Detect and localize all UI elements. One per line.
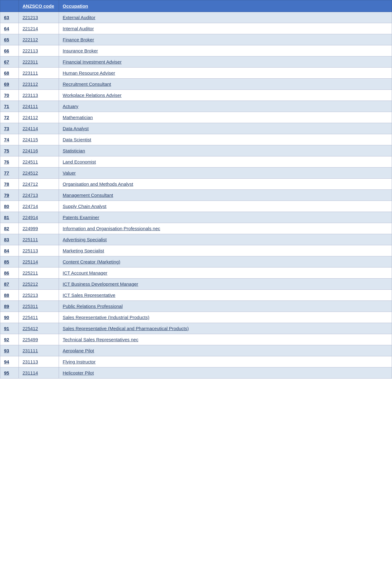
row-number-link[interactable]: 93 — [4, 348, 9, 353]
row-code-link[interactable]: 222311 — [23, 59, 38, 64]
row-number-link[interactable]: 74 — [4, 137, 9, 142]
row-number-link[interactable]: 65 — [4, 37, 9, 42]
row-code-link[interactable]: 224112 — [23, 115, 38, 120]
row-occupation-link[interactable]: ICT Business Development Manager — [63, 281, 138, 287]
row-number-link[interactable]: 86 — [4, 270, 9, 276]
row-code-link[interactable]: 224115 — [23, 137, 38, 142]
row-occupation-link[interactable]: Organisation and Methods Analyst — [63, 181, 133, 187]
row-occupation-link[interactable]: External Auditor — [63, 15, 95, 20]
row-code-link[interactable]: 224712 — [23, 181, 38, 187]
row-number-link[interactable]: 79 — [4, 193, 9, 198]
row-number-link[interactable]: 68 — [4, 70, 9, 76]
row-code-link[interactable]: 222113 — [23, 48, 38, 53]
row-number-link[interactable]: 76 — [4, 159, 9, 164]
row-number-link[interactable]: 82 — [4, 226, 9, 231]
row-code-link[interactable]: 223113 — [23, 93, 38, 98]
row-number-link[interactable]: 81 — [4, 215, 9, 220]
row-occupation-link[interactable]: Content Creator (Marketing) — [63, 259, 120, 264]
row-number-link[interactable]: 90 — [4, 315, 9, 320]
header-anzsco-link[interactable]: ANZSCO code — [23, 3, 54, 9]
row-number-link[interactable]: 78 — [4, 181, 9, 187]
row-occupation-link[interactable]: Mathematician — [63, 115, 93, 120]
row-code-link[interactable]: 222112 — [23, 37, 38, 42]
row-number-link[interactable]: 91 — [4, 326, 9, 331]
row-code-link[interactable]: 225111 — [23, 237, 38, 242]
row-code-link[interactable]: 231113 — [23, 359, 38, 364]
row-occupation-link[interactable]: Marketing Specialist — [63, 248, 104, 253]
row-number-link[interactable]: 66 — [4, 48, 9, 53]
row-number-link[interactable]: 80 — [4, 204, 9, 209]
row-code-link[interactable]: 224512 — [23, 170, 38, 176]
header-occupation-link[interactable]: Occupation — [63, 3, 88, 9]
row-code-link[interactable]: 224111 — [23, 104, 38, 109]
row-occupation-link[interactable]: Workplace Relations Adviser — [63, 93, 122, 98]
row-occupation-link[interactable]: Actuary — [63, 104, 78, 109]
row-occupation-link[interactable]: Helicopter Pilot — [63, 370, 94, 375]
row-number-link[interactable]: 84 — [4, 248, 9, 253]
row-occupation-link[interactable]: Finance Broker — [63, 37, 94, 42]
row-number-link[interactable]: 94 — [4, 359, 9, 364]
row-occupation-link[interactable]: Patents Examiner — [63, 215, 99, 220]
row-code-link[interactable]: 225114 — [23, 259, 38, 264]
row-number-link[interactable]: 92 — [4, 337, 9, 342]
row-number-link[interactable]: 72 — [4, 115, 9, 120]
row-number-link[interactable]: 73 — [4, 126, 9, 131]
row-code-link[interactable]: 225113 — [23, 248, 38, 253]
row-code-link[interactable]: 225213 — [23, 292, 38, 298]
row-number-link[interactable]: 85 — [4, 259, 9, 264]
row-number-link[interactable]: 64 — [4, 26, 9, 31]
row-occupation-link[interactable]: ICT Account Manager — [63, 270, 107, 276]
row-code-link[interactable]: 231111 — [23, 348, 38, 353]
row-number-link[interactable]: 88 — [4, 292, 9, 298]
row-occupation-link[interactable]: Data Analyst — [63, 126, 89, 131]
row-code-link[interactable]: 225311 — [23, 304, 38, 309]
row-occupation-link[interactable]: Aeroplane Pilot — [63, 348, 94, 353]
row-code-link[interactable]: 223111 — [23, 70, 38, 76]
row-code-link[interactable]: 223112 — [23, 81, 38, 87]
row-code-link[interactable]: 221213 — [23, 15, 38, 20]
row-code-link[interactable]: 224914 — [23, 215, 38, 220]
row-code-link[interactable]: 225411 — [23, 315, 38, 320]
row-occupation-link[interactable]: Public Relations Professional — [63, 304, 123, 309]
row-number-link[interactable]: 63 — [4, 15, 9, 20]
row-code-link[interactable]: 225499 — [23, 337, 38, 342]
row-number-link[interactable]: 89 — [4, 304, 9, 309]
row-occupation-link[interactable]: Internal Auditor — [63, 26, 94, 31]
row-code-link[interactable]: 224511 — [23, 159, 38, 164]
row-code-link[interactable]: 224114 — [23, 126, 38, 131]
row-code-link[interactable]: 224116 — [23, 148, 38, 153]
row-number-link[interactable]: 69 — [4, 81, 9, 87]
row-occupation-link[interactable]: Information and Organisation Professiona… — [63, 226, 160, 231]
row-occupation-link[interactable]: Statistician — [63, 148, 85, 153]
row-number-link[interactable]: 71 — [4, 104, 9, 109]
row-code-link[interactable]: 225211 — [23, 270, 38, 276]
row-number-link[interactable]: 70 — [4, 93, 9, 98]
row-number-link[interactable]: 77 — [4, 170, 9, 176]
row-occupation-link[interactable]: Valuer — [63, 170, 76, 176]
row-code-link[interactable]: 225412 — [23, 326, 38, 331]
row-code-link[interactable]: 221214 — [23, 26, 38, 31]
row-number-link[interactable]: 95 — [4, 370, 9, 375]
row-occupation-link[interactable]: Recruitment Consultant — [63, 81, 111, 87]
row-occupation-link[interactable]: Financial Investment Adviser — [63, 59, 122, 64]
row-occupation-link[interactable]: Data Scientist — [63, 137, 91, 142]
row-code-link[interactable]: 231114 — [23, 370, 38, 375]
row-occupation-link[interactable]: Sales Representative (Medical and Pharma… — [63, 326, 189, 331]
row-occupation-link[interactable]: Advertising Specialist — [63, 237, 107, 242]
row-code-link[interactable]: 225212 — [23, 281, 38, 287]
row-occupation-link[interactable]: Insurance Broker — [63, 48, 98, 53]
row-code-link[interactable]: 224999 — [23, 226, 38, 231]
row-occupation-link[interactable]: ICT Sales Representative — [63, 292, 115, 298]
row-occupation-link[interactable]: Land Economist — [63, 159, 96, 164]
row-occupation-link[interactable]: Management Consultant — [63, 193, 113, 198]
row-occupation-link[interactable]: Flying Instructor — [63, 359, 96, 364]
row-code-link[interactable]: 224714 — [23, 204, 38, 209]
row-occupation-link[interactable]: Human Resource Adviser — [63, 70, 115, 76]
row-code-link[interactable]: 224713 — [23, 193, 38, 198]
row-occupation-link[interactable]: Sales Representative (Industrial Product… — [63, 315, 149, 320]
row-occupation-link[interactable]: Technical Sales Representatives nec — [63, 337, 138, 342]
row-number-link[interactable]: 87 — [4, 281, 9, 287]
row-number-link[interactable]: 75 — [4, 148, 9, 153]
row-number-link[interactable]: 67 — [4, 59, 9, 64]
row-occupation-link[interactable]: Supply Chain Analyst — [63, 204, 106, 209]
